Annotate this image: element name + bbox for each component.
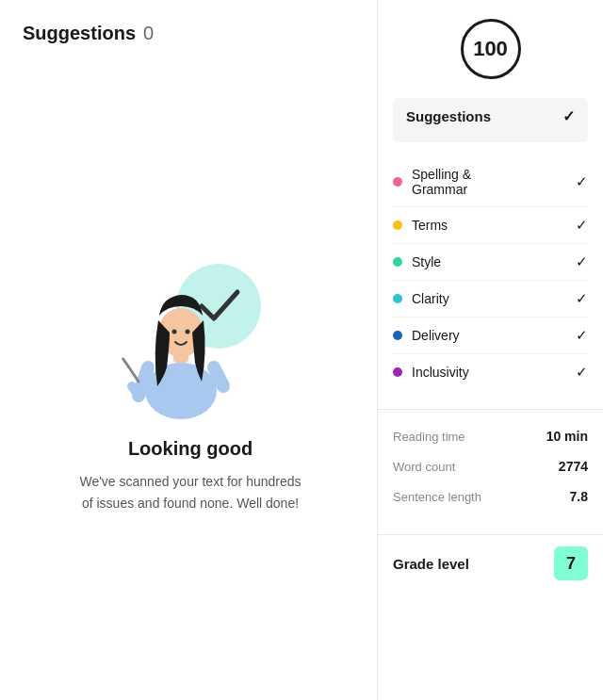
suggestions-header: Suggestions 0 (23, 23, 358, 44)
stat-row: Word count 2774 (393, 451, 588, 481)
category-dot (393, 257, 402, 267)
stat-value: 2774 (559, 459, 588, 474)
score-circle: 100 (461, 19, 521, 79)
svg-point-4 (172, 330, 177, 334)
category-name: Inclusivity (412, 365, 469, 380)
category-item[interactable]: Spelling &Grammar ✓ (393, 157, 588, 207)
category-item[interactable]: Delivery ✓ (393, 317, 588, 354)
category-check-icon: ✓ (576, 327, 588, 344)
category-check-icon: ✓ (576, 173, 588, 190)
category-item[interactable]: Clarity ✓ (393, 281, 588, 317)
stat-label: Sentence length (393, 490, 481, 504)
stat-label: Reading time (393, 430, 465, 444)
category-left: Spelling &Grammar (393, 167, 471, 197)
score-section: 100 (378, 19, 603, 79)
left-panel: Suggestions 0 (0, 0, 377, 700)
score-value: 100 (473, 37, 508, 61)
svg-line-10 (214, 367, 223, 386)
category-item[interactable]: Terms ✓ (393, 207, 588, 244)
grade-badge: 7 (554, 546, 588, 580)
svg-line-8 (129, 367, 139, 382)
looking-good-title: Looking good (128, 438, 253, 460)
category-left: Terms (393, 218, 448, 233)
suggestions-summary-title: Suggestions (406, 108, 491, 124)
suggestions-check-icon: ✓ (562, 107, 575, 125)
category-item[interactable]: Style ✓ (393, 244, 588, 281)
category-check-icon: ✓ (576, 253, 588, 270)
category-name: Delivery (412, 328, 460, 343)
stats-section: Reading time 10 min Word count 2774 Sent… (378, 409, 603, 523)
category-list: Spelling &Grammar ✓ Terms ✓ Style ✓ Clar… (378, 157, 603, 390)
stat-value: 10 min (546, 429, 588, 444)
suggestions-title: Suggestions (23, 23, 136, 44)
category-name: Style (412, 254, 441, 269)
svg-line-7 (132, 386, 139, 396)
suggestions-summary-box: Suggestions ✓ (393, 98, 588, 142)
svg-line-9 (122, 358, 129, 367)
category-name: Terms (412, 218, 448, 233)
category-dot (393, 177, 402, 187)
category-dot (393, 294, 402, 303)
category-check-icon: ✓ (576, 217, 588, 234)
category-check-icon: ✓ (576, 364, 588, 381)
suggestions-count: 0 (143, 23, 154, 44)
category-name: Clarity (412, 291, 449, 306)
stat-label: Word count (393, 460, 455, 474)
illustration (96, 231, 285, 419)
right-panel: 100 Suggestions ✓ Spelling &Grammar ✓ Te… (377, 0, 603, 700)
category-name: Spelling &Grammar (412, 167, 471, 197)
svg-point-5 (186, 330, 190, 334)
category-left: Inclusivity (393, 365, 469, 380)
stat-row: Reading time 10 min (393, 421, 588, 451)
category-dot (393, 220, 402, 230)
grade-section: Grade level 7 (378, 534, 603, 592)
grade-label: Grade level (393, 556, 469, 572)
looking-good-description: We've scanned your text for hundreds of … (77, 471, 303, 513)
grade-value: 7 (566, 554, 576, 574)
category-item[interactable]: Inclusivity ✓ (393, 354, 588, 390)
illustration-area: Looking good We've scanned your text for… (23, 63, 358, 681)
category-left: Clarity (393, 291, 449, 306)
category-left: Delivery (393, 328, 460, 343)
category-left: Style (393, 254, 441, 269)
stat-row: Sentence length 7.8 (393, 481, 588, 512)
category-dot (393, 331, 402, 340)
stat-value: 7.8 (570, 489, 588, 504)
suggestions-summary-header: Suggestions ✓ (406, 107, 575, 125)
category-check-icon: ✓ (576, 290, 588, 307)
category-dot (393, 367, 402, 377)
